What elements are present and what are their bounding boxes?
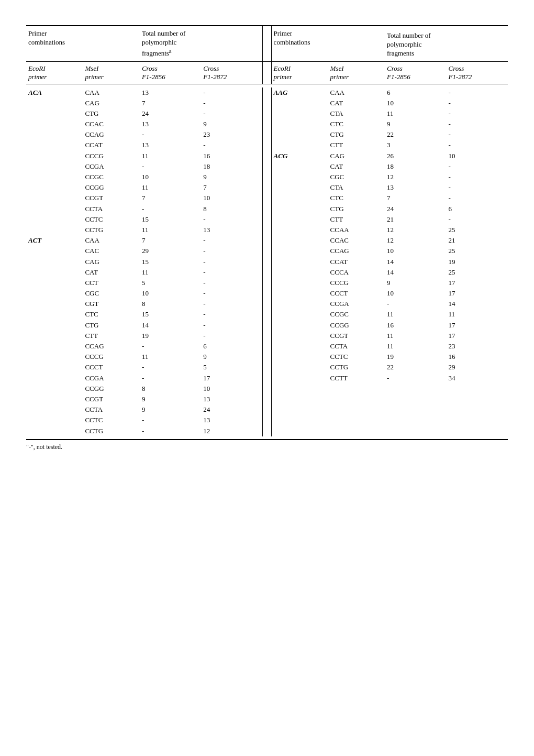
right-cross3: 7 (385, 193, 446, 203)
right-cross4 (446, 394, 508, 404)
col-divider (263, 204, 271, 214)
left-mse-primer: CCTG (83, 426, 139, 436)
right-eco-primer (271, 108, 328, 119)
right-cross3: 26 (385, 151, 446, 161)
left-cross1: 11 (140, 182, 201, 193)
left-cross2: 9 (201, 172, 262, 182)
right-mse-primer (328, 404, 385, 415)
left-mse-primer: CCTG (83, 225, 139, 235)
right-cross3: 18 (385, 161, 446, 172)
col-divider (263, 172, 271, 182)
right-cross4: 29 (446, 362, 508, 372)
left-cross2: 16 (201, 151, 262, 161)
right-cross4: 23 (446, 341, 508, 352)
right-cross3: 12 (385, 172, 446, 182)
right-eco-primer (271, 204, 328, 214)
table-row: CCTA924 (26, 404, 508, 415)
right-mse-primer: CTC (328, 119, 385, 129)
left-cross1: 15 (140, 214, 201, 225)
left-eco-primer (26, 204, 83, 214)
spacer-row-bottom (26, 436, 508, 440)
left-mse-primer: CCGC (83, 172, 139, 182)
right-eco-primer (271, 225, 328, 235)
right-cross3: 22 (385, 362, 446, 372)
table-body: ACACAA13-AAGCAA6-CAG7-CAT10-CTG24-CTA11-… (26, 84, 508, 440)
left-eco-primer (26, 193, 83, 203)
left-mse-primer: CCGA (83, 161, 139, 172)
right-mse-primer: CCAG (328, 246, 385, 256)
right-cross3: 11 (385, 309, 446, 320)
right-cross4: 17 (446, 331, 508, 341)
right-cross3: 10 (385, 288, 446, 299)
header-total-right: Total number ofpolymorphicfragments (385, 26, 508, 62)
left-eco-primer (26, 331, 83, 341)
header-total-left: Total number ofpolymorphicfragmentsa (140, 26, 263, 62)
left-cross1: 8 (140, 384, 201, 394)
right-cross3: - (385, 299, 446, 309)
footnote: "-", not tested. (26, 443, 508, 451)
left-cross2: 8 (201, 204, 262, 214)
left-cross2: 5 (201, 362, 262, 372)
left-cross2: - (201, 299, 262, 309)
left-mse-primer: CAT (83, 267, 139, 278)
right-eco-primer (271, 320, 328, 331)
table-row: CTT19-CCGT1117 (26, 331, 508, 341)
right-cross3 (385, 404, 446, 415)
left-cross2: - (201, 320, 262, 331)
right-cross4: - (446, 214, 508, 225)
right-cross3: 19 (385, 352, 446, 362)
right-eco-primer (271, 404, 328, 415)
right-mse-primer: CTA (328, 182, 385, 193)
left-cross2: - (201, 108, 262, 119)
right-cross4: - (446, 129, 508, 140)
table-row: CCTG1113CCAA1225 (26, 225, 508, 235)
left-eco-primer (26, 129, 83, 140)
right-cross4: 34 (446, 373, 508, 384)
left-cross2: 24 (201, 404, 262, 415)
right-mse-primer: CAT (328, 98, 385, 108)
left-cross2: 10 (201, 384, 262, 394)
col-divider (263, 235, 271, 246)
left-mse-primer: CCAC (83, 119, 139, 129)
right-mse-primer: CTA (328, 108, 385, 119)
table-row: CCGA-18CAT18- (26, 161, 508, 172)
table-row: CCTG-12 (26, 426, 508, 436)
left-eco-primer (26, 151, 83, 161)
table-row: ACACAA13-AAGCAA6- (26, 87, 508, 98)
right-cross3: 11 (385, 331, 446, 341)
col-divider (263, 98, 271, 108)
table-row: CCGA-17CCTT-34 (26, 373, 508, 384)
right-mse-primer (328, 415, 385, 425)
right-mse-primer: CTG (328, 204, 385, 214)
col-divider (263, 161, 271, 172)
right-eco-primer (271, 161, 328, 172)
left-cross2: - (201, 331, 262, 341)
right-cross3: 10 (385, 246, 446, 256)
subheader-msei-right: MseIprimer (328, 62, 385, 84)
right-cross4: - (446, 172, 508, 182)
right-eco-primer (271, 384, 328, 394)
left-eco-primer (26, 299, 83, 309)
right-mse-primer: CTC (328, 193, 385, 203)
table-row: ACTCAA7-CCAC1221 (26, 235, 508, 246)
left-cross2: 13 (201, 225, 262, 235)
right-eco-primer (271, 129, 328, 140)
left-cross1: 11 (140, 225, 201, 235)
table-row: CCGC109CGC12- (26, 172, 508, 182)
left-cross2: 12 (201, 426, 262, 436)
left-mse-primer: CAG (83, 98, 139, 108)
right-cross4 (446, 415, 508, 425)
right-cross3: 12 (385, 225, 446, 235)
col-divider (263, 299, 271, 309)
right-cross4: - (446, 108, 508, 119)
right-mse-primer: CCGG (328, 320, 385, 331)
subheader-ecori-left: EcoRIprimer (26, 62, 83, 84)
left-eco-primer (26, 362, 83, 372)
left-cross2: - (201, 267, 262, 278)
left-cross1: 11 (140, 151, 201, 161)
left-mse-primer: CCCG (83, 352, 139, 362)
right-cross4: 14 (446, 299, 508, 309)
right-mse-primer: CTT (328, 140, 385, 150)
right-eco-primer (271, 278, 328, 288)
left-eco-primer (26, 384, 83, 394)
